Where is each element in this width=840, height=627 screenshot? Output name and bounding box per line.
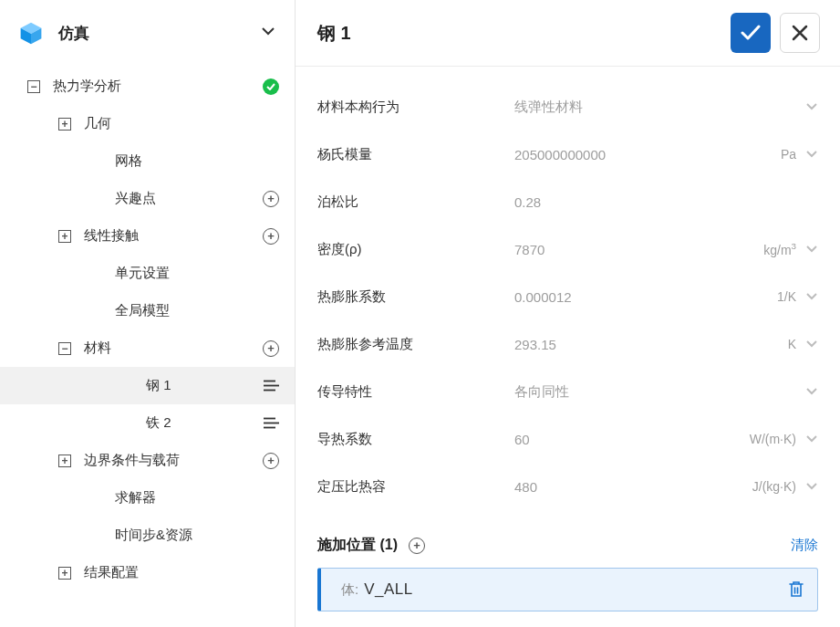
tree-item-label: 钢 1: [146, 377, 260, 394]
tree-item-label: 边界条件与载荷: [84, 452, 260, 469]
tree-item[interactable]: 网格: [0, 142, 295, 180]
property-unit: 1/K: [751, 289, 796, 304]
tree-item[interactable]: 兴趣点+: [0, 180, 295, 217]
tree: − 热力学分析 +几何网格兴趣点++线性接触+单元设置全局模型−材料+钢 1铁 …: [0, 62, 295, 591]
add-icon[interactable]: +: [260, 450, 282, 472]
chevron-down-icon[interactable]: [805, 147, 818, 162]
list-icon[interactable]: [260, 413, 282, 434]
property-label: 定压比热容: [317, 478, 514, 496]
property-value[interactable]: 60: [514, 426, 750, 453]
expand-icon[interactable]: +: [58, 118, 71, 131]
add-icon[interactable]: +: [260, 225, 282, 247]
property-list: 材料本构行为线弹性材料杨氏模量205000000000Pa泊松比0.28密度(ρ…: [296, 67, 840, 611]
property-value[interactable]: 各向同性: [514, 378, 751, 406]
property-label: 材料本构行为: [317, 99, 514, 116]
assign-section-header: 施加位置 (1) + 清除: [317, 536, 818, 568]
main-panel: 钢 1 材料本构行为线弹性材料杨氏模量205000000000Pa泊松比0.28…: [296, 0, 840, 627]
property-row[interactable]: 杨氏模量205000000000Pa: [317, 131, 818, 178]
add-icon[interactable]: +: [260, 338, 282, 360]
property-label: 导热系数: [317, 431, 514, 448]
tree-item[interactable]: +几何: [0, 105, 295, 142]
tree-item[interactable]: +结果配置: [0, 554, 295, 591]
sidebar: 仿真 − 热力学分析 +几何网格兴趣点++线性接触+单元设置全局模型−材料+钢 …: [0, 0, 296, 627]
property-label: 热膨胀系数: [317, 288, 514, 306]
property-unit: Pa: [751, 147, 796, 162]
tree-item-label: 铁 2: [146, 414, 260, 432]
property-label: 密度(ρ): [317, 241, 514, 258]
chevron-down-icon[interactable]: [805, 242, 818, 256]
tree-item[interactable]: −材料+: [0, 329, 295, 367]
add-assign-button[interactable]: +: [409, 538, 425, 554]
chevron-down-icon[interactable]: [805, 337, 818, 351]
property-label: 泊松比: [317, 193, 514, 211]
tree-item-label: 网格: [115, 152, 282, 170]
collapse-icon[interactable]: −: [27, 80, 40, 93]
chevron-down-icon[interactable]: [805, 289, 818, 304]
chevron-down-icon[interactable]: [805, 432, 818, 446]
property-value[interactable]: 293.15: [514, 331, 751, 358]
confirm-button[interactable]: [731, 13, 771, 53]
tree-item-label: 兴趣点: [115, 190, 260, 207]
property-row[interactable]: 热膨胀参考温度293.15K: [317, 320, 818, 368]
property-value[interactable]: 7870: [514, 236, 751, 263]
main-title: 钢 1: [317, 21, 721, 46]
property-label: 杨氏模量: [317, 146, 514, 163]
tree-root-thermal-analysis[interactable]: − 热力学分析: [0, 68, 295, 105]
expand-icon[interactable]: +: [58, 455, 71, 467]
tree-item-label: 材料: [84, 340, 260, 357]
close-button[interactable]: [780, 13, 820, 53]
tree-item[interactable]: 时间步&资源: [0, 517, 295, 554]
assign-target-item[interactable]: 体: V_ALL: [317, 568, 818, 611]
property-value[interactable]: 0.000012: [514, 284, 751, 310]
property-label: 热膨胀参考温度: [317, 336, 514, 353]
add-icon[interactable]: +: [260, 188, 282, 210]
property-row[interactable]: 热膨胀系数0.0000121/K: [317, 273, 818, 320]
property-row[interactable]: 导热系数60W/(m·K): [317, 415, 818, 463]
property-value[interactable]: 480: [514, 474, 751, 500]
tree-item[interactable]: +边界条件与载荷+: [0, 442, 295, 479]
chevron-down-icon[interactable]: [805, 479, 818, 494]
property-unit: J/(kg·K): [751, 479, 796, 494]
tree-item[interactable]: 铁 2: [0, 404, 295, 442]
property-label: 传导特性: [317, 383, 514, 401]
tree-item[interactable]: +线性接触+: [0, 217, 295, 255]
delete-assign-icon[interactable]: [788, 580, 804, 601]
collapse-icon[interactable]: −: [58, 342, 71, 355]
clear-link[interactable]: 清除: [791, 537, 818, 554]
status-check-icon: [260, 76, 282, 98]
tree-item-label: 几何: [84, 115, 282, 132]
property-value[interactable]: 线弹性材料: [514, 93, 751, 121]
tree-item-label: 结果配置: [84, 564, 282, 581]
tree-item-label: 全局模型: [115, 302, 282, 319]
expand-icon[interactable]: +: [58, 230, 71, 243]
tree-item-label: 求解器: [115, 489, 282, 507]
property-value[interactable]: 205000000000: [514, 141, 751, 168]
tree-root-label: 热力学分析: [53, 78, 260, 95]
main-header: 钢 1: [296, 0, 840, 67]
assign-section-title: 施加位置 (1): [317, 536, 398, 555]
tree-item[interactable]: 求解器: [0, 479, 295, 517]
assign-target-prefix: 体:: [341, 581, 358, 599]
tree-item[interactable]: 单元设置: [0, 255, 295, 292]
property-row[interactable]: 传导特性各向同性: [317, 368, 818, 415]
assign-target-value: V_ALL: [364, 580, 413, 599]
property-value[interactable]: 0.28: [514, 189, 751, 215]
property-unit: W/(m·K): [750, 432, 796, 446]
property-row[interactable]: 材料本构行为线弹性材料: [317, 83, 818, 131]
dropdown-caret-icon[interactable]: [262, 24, 275, 38]
property-row[interactable]: 泊松比0.28: [317, 178, 818, 225]
list-icon[interactable]: [260, 375, 282, 397]
chevron-down-icon[interactable]: [805, 384, 818, 399]
expand-icon[interactable]: +: [58, 567, 71, 580]
property-unit: kg/m3: [751, 241, 796, 257]
property-row[interactable]: 定压比热容480J/(kg·K): [317, 463, 818, 510]
tree-item-label: 线性接触: [84, 227, 260, 245]
sidebar-title: 仿真: [58, 23, 89, 44]
tree-item[interactable]: 钢 1: [0, 367, 295, 404]
chevron-down-icon[interactable]: [805, 99, 818, 114]
property-unit: K: [751, 337, 796, 351]
property-row[interactable]: 密度(ρ)7870kg/m3: [317, 225, 818, 273]
tree-item-label: 时间步&资源: [115, 527, 282, 544]
tree-item-label: 单元设置: [115, 265, 282, 282]
tree-item[interactable]: 全局模型: [0, 292, 295, 329]
